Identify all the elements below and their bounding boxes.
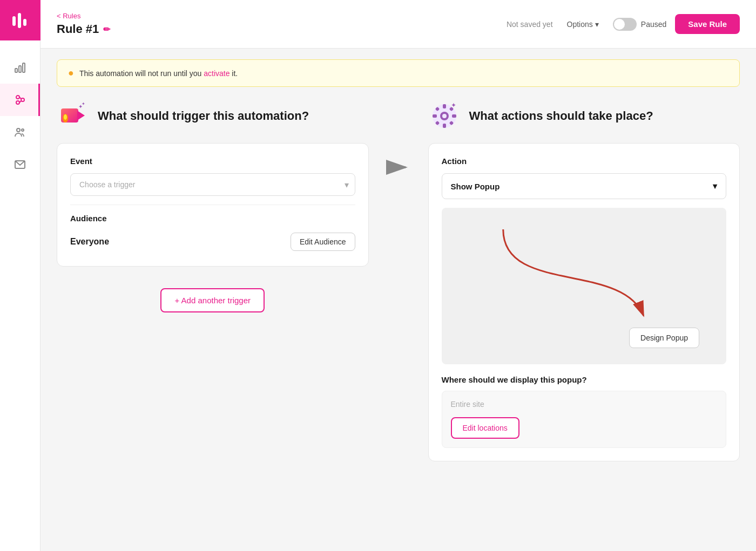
popup-preview: Design Popup (442, 208, 727, 364)
svg-rect-3 (15, 69, 17, 72)
edit-audience-button[interactable]: Edit Audience (291, 233, 355, 251)
main-content: < Rules Rule #1 ✏ Not saved yet Options … (40, 0, 756, 551)
options-button[interactable]: Options ▾ (562, 17, 604, 32)
pause-toggle-container: Paused (613, 18, 666, 31)
svg-rect-1 (18, 13, 21, 28)
topbar-right: Not saved yet Options ▾ Paused Save Rule (507, 14, 740, 34)
design-popup-button[interactable]: Design Popup (629, 328, 699, 348)
card-divider (70, 205, 355, 205)
audience-value: Everyone (70, 237, 109, 247)
arrow-connector (380, 100, 417, 181)
svg-point-11 (17, 128, 20, 132)
trigger-section-icon: ✦ ✦ (57, 100, 89, 132)
sidebar (0, 0, 40, 551)
alert-text: This automation will not run until you a… (79, 69, 238, 78)
svg-point-17 (64, 114, 67, 120)
svg-point-6 (16, 96, 19, 99)
trigger-column: ✦ ✦ What should trigger this automation?… (57, 100, 380, 312)
add-trigger-button[interactable]: + Add another trigger (160, 288, 265, 312)
action-column: ✦ What actions should take place? Action… (417, 100, 740, 461)
action-dropdown-wrapper: Show Popup ▾ (442, 173, 727, 199)
audience-row: Everyone Edit Audience (70, 230, 355, 253)
action-section-header: ✦ What actions should take place? (428, 100, 740, 132)
edit-rule-icon[interactable]: ✏ (103, 24, 110, 35)
action-dropdown[interactable]: Show Popup ▾ (442, 173, 727, 199)
toggle-label: Paused (641, 20, 666, 29)
svg-line-10 (19, 101, 21, 103)
svg-rect-27 (433, 114, 437, 118)
alert-icon: ● (68, 67, 74, 79)
sidebar-item-campaigns[interactable] (0, 148, 40, 181)
activate-link[interactable]: activate (204, 69, 230, 78)
svg-text:✦: ✦ (451, 101, 456, 109)
trigger-dropdown-wrapper: Choose a trigger ▾ (70, 173, 355, 196)
action-card: Action Show Popup ▾ (428, 143, 740, 461)
svg-rect-26 (443, 124, 446, 128)
svg-text:✦: ✦ (82, 101, 85, 106)
trigger-dropdown[interactable]: Choose a trigger (70, 173, 355, 196)
trigger-placeholder: Choose a trigger (79, 180, 136, 189)
where-display-label: Where should we display this popup? (442, 375, 727, 384)
svg-point-8 (21, 98, 24, 101)
sidebar-item-automations[interactable] (0, 84, 40, 116)
edit-locations-button[interactable]: Edit locations (451, 417, 519, 439)
chevron-down-icon: ▾ (713, 181, 717, 191)
save-rule-button[interactable]: Save Rule (675, 14, 740, 34)
back-link[interactable]: < Rules (57, 12, 110, 20)
alert-banner: ● This automation will not run until you… (57, 59, 740, 87)
sidebar-item-contacts[interactable] (0, 116, 40, 148)
topbar: < Rules Rule #1 ✏ Not saved yet Options … (40, 0, 756, 49)
svg-rect-5 (23, 63, 25, 72)
location-box: Entire site Edit locations (442, 391, 727, 448)
svg-point-12 (22, 129, 24, 131)
svg-marker-15 (77, 111, 85, 120)
topbar-left: < Rules Rule #1 ✏ (57, 12, 110, 36)
svg-rect-25 (443, 104, 446, 108)
event-label: Event (70, 157, 355, 166)
audience-label: Audience (70, 214, 355, 223)
pause-toggle[interactable] (613, 18, 637, 31)
action-label: Action (442, 157, 727, 166)
chevron-down-icon: ▾ (595, 20, 599, 29)
action-value: Show Popup (451, 182, 500, 191)
trigger-section-header: ✦ ✦ What should trigger this automation? (57, 100, 369, 132)
event-card: Event Choose a trigger ▾ Audience Everyo… (57, 143, 369, 267)
trigger-section-title: What should trigger this automation? (98, 109, 309, 123)
svg-rect-2 (23, 19, 26, 26)
not-saved-label: Not saved yet (507, 20, 553, 29)
action-section-title: What actions should take place? (469, 109, 653, 123)
rule-title-text: Rule #1 (57, 22, 99, 36)
svg-rect-4 (19, 66, 21, 72)
entire-site-text: Entire site (451, 400, 718, 409)
svg-rect-0 (12, 16, 16, 26)
sidebar-item-analytics[interactable] (0, 51, 40, 84)
svg-rect-28 (452, 114, 456, 118)
svg-line-9 (19, 97, 21, 99)
page-body: ● This automation will not run until you… (40, 49, 756, 551)
app-logo[interactable] (0, 0, 40, 40)
svg-point-7 (16, 101, 19, 104)
action-section-icon: ✦ (428, 100, 461, 132)
columns-container: ✦ ✦ What should trigger this automation?… (57, 100, 740, 461)
svg-point-24 (442, 114, 447, 118)
